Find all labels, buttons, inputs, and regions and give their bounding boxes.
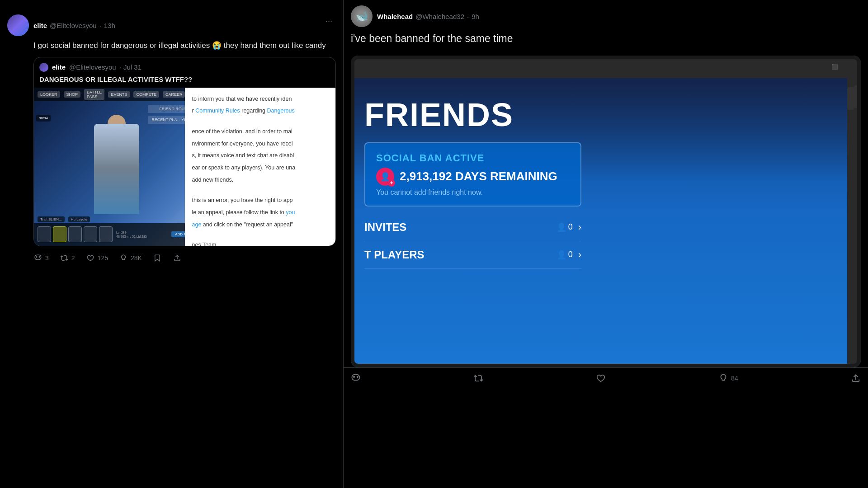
game-ui-bar: LOOKER SHOP BATTLE PASS EVENTS COMPETE C… bbox=[34, 88, 200, 101]
volume-button-2 bbox=[854, 85, 861, 108]
you-link[interactable]: you bbox=[286, 209, 295, 216]
tweet-text: I got social banned for dangerous or ill… bbox=[33, 40, 336, 52]
whalehead-dot: · bbox=[467, 13, 469, 20]
quoted-username: elite bbox=[52, 63, 66, 71]
views-button[interactable]: 28K bbox=[119, 253, 142, 263]
right-share-button[interactable] bbox=[851, 373, 861, 383]
tweet-text-before: I got social banned for dangerous or ill… bbox=[33, 41, 210, 50]
doc-line-3: ence of the violation, and in order to m… bbox=[192, 127, 329, 136]
invites-chevron: › bbox=[578, 221, 581, 233]
doc-line-1: to inform you that we have recently iden bbox=[192, 95, 329, 103]
doc-line-6: ear or speak to any players). You are un… bbox=[192, 164, 329, 172]
nav-battle-pass: BATTLE PASS bbox=[84, 89, 104, 100]
invites-count: 👤 0 bbox=[557, 222, 573, 232]
doc-line-9: le an appeal, please follow the link to … bbox=[192, 208, 329, 217]
age-link[interactable]: age bbox=[192, 221, 202, 228]
reply-button[interactable]: 3 bbox=[33, 253, 49, 263]
action-bar: 3 2 125 28K bbox=[33, 252, 336, 264]
whalehead-user-info: Whalehead @Whalehead32 · 9h bbox=[377, 13, 479, 20]
ban-document: to inform you that we have recently iden… bbox=[185, 88, 336, 246]
retweet-button[interactable]: 2 bbox=[60, 253, 75, 263]
doc-line-5: s, it means voice and text chat are disa… bbox=[192, 151, 329, 160]
doc-line-2: r Community Rules regarding Dangerous bbox=[192, 107, 329, 115]
like-button[interactable]: 125 bbox=[86, 253, 108, 263]
heart-icon bbox=[86, 253, 95, 263]
game-screenshot: LOOKER SHOP BATTLE PASS EVENTS COMPETE C… bbox=[34, 88, 200, 246]
doc-line-10: age and click on the "request an appeal" bbox=[192, 221, 329, 229]
right-views-icon bbox=[718, 373, 728, 383]
retweet-count: 2 bbox=[71, 254, 75, 262]
doc-line-7: add new friends. bbox=[192, 176, 329, 184]
friends-title: FRIENDS bbox=[364, 96, 852, 133]
quoted-text: DANGEROUS OR ILLEGAL ACTIVITES WTFF?? bbox=[34, 75, 335, 88]
reply-count: 3 bbox=[45, 254, 49, 262]
invites-label: INVITES bbox=[364, 221, 406, 234]
whalehead-avatar[interactable]: 🐋 bbox=[351, 5, 373, 27]
retweet-icon bbox=[60, 253, 69, 263]
quoted-media: LOOKER SHOP BATTLE PASS EVENTS COMPETE C… bbox=[34, 88, 335, 246]
right-retweet-button[interactable] bbox=[473, 373, 483, 383]
user-info: elite @Elitelovesyou · 13h bbox=[33, 22, 115, 29]
players-label: T PLAYERS bbox=[364, 249, 424, 261]
nav-events: EVENTS bbox=[108, 91, 130, 98]
nav-looker: LOOKER bbox=[38, 91, 60, 98]
whalehead-tweet: 🐋 Whalehead @Whalehead32 · 9h i've been … bbox=[344, 0, 868, 56]
invites-row[interactable]: INVITES 👤 0 › bbox=[364, 214, 581, 241]
right-heart-icon bbox=[596, 373, 606, 383]
dangerous-link[interactable]: Dangerous bbox=[267, 108, 295, 114]
invites-right: 👤 0 › bbox=[557, 221, 581, 233]
fortnite-friends-screen: ⬛ FRIENDS SOCIAL BAN ACTIVE 👤 2,913,192 … bbox=[351, 56, 861, 367]
doc-line-11: nes Team bbox=[192, 241, 329, 245]
ban-icon: 👤 bbox=[376, 168, 394, 186]
game-center: FRIEND ROUTES RECENT PLA... YERS 00/04 ⊕ bbox=[34, 101, 200, 223]
players-right: 👤 0 › bbox=[557, 249, 581, 261]
ban-subtext: You cannot add friends right now. bbox=[376, 188, 570, 197]
right-share-icon bbox=[851, 373, 861, 383]
like-count: 125 bbox=[98, 254, 108, 262]
volume-button bbox=[847, 87, 854, 110]
more-options-button[interactable]: ··· bbox=[322, 14, 336, 28]
views-count: 28K bbox=[131, 254, 142, 262]
left-panel: elite @Elitelovesyou · 13h ··· I got soc… bbox=[0, 0, 344, 488]
whalehead-avatar-inner: 🐋 bbox=[351, 5, 373, 27]
fortnite-friends-image: ⬛ FRIENDS SOCIAL BAN ACTIVE 👤 2,913,192 … bbox=[351, 56, 861, 367]
game-bottom-bar: Lvl 289 48,763 m / 51 Lbl 285 ADD FRI... bbox=[34, 223, 200, 246]
whalehead-username[interactable]: Whalehead bbox=[377, 13, 413, 20]
right-reply-button[interactable] bbox=[351, 373, 361, 383]
whale-icon: 🐋 bbox=[356, 10, 368, 22]
share-button[interactable] bbox=[173, 253, 182, 263]
quoted-handle: @Elitelovesyou bbox=[69, 63, 116, 71]
right-panel: 🐋 Whalehead @Whalehead32 · 9h i've been … bbox=[344, 0, 868, 488]
players-row[interactable]: T PLAYERS 👤 0 › bbox=[364, 241, 581, 269]
username[interactable]: elite bbox=[33, 22, 47, 29]
avatar[interactable] bbox=[7, 14, 29, 36]
timestamp: 13h bbox=[104, 22, 115, 29]
ban-days-row: 👤 2,913,192 DAYS REMAINING bbox=[376, 168, 570, 186]
invites-count-value: 0 bbox=[568, 222, 573, 232]
right-views-button[interactable]: 84 bbox=[718, 373, 738, 383]
tweet-emoji: 😭 bbox=[212, 41, 222, 50]
ban-days-text: 2,913,192 DAYS REMAINING bbox=[400, 169, 557, 183]
tweet-header: elite @Elitelovesyou · 13h ··· bbox=[7, 14, 336, 36]
views-icon bbox=[119, 253, 128, 263]
whalehead-tweet-text: i've been banned for the same time bbox=[351, 31, 861, 50]
whalehead-handle: @Whalehead32 bbox=[415, 13, 464, 20]
right-bottom-bar: 84 bbox=[344, 367, 868, 389]
right-views-count: 84 bbox=[731, 375, 738, 382]
quoted-tweet[interactable]: elite @Elitelovesyou · Jul 31 DANGEROUS … bbox=[33, 57, 336, 246]
doc-line-8: this is an error, you have the right to … bbox=[192, 196, 329, 205]
tablet-top-bar: ⬛ bbox=[351, 56, 861, 78]
right-like-button[interactable] bbox=[596, 373, 606, 383]
bookmark-button[interactable] bbox=[153, 253, 162, 263]
players-chevron: › bbox=[578, 249, 581, 261]
tweet-text-after: they hand them out like candy bbox=[224, 41, 326, 50]
quoted-avatar bbox=[39, 63, 48, 72]
nav-shop: SHOP bbox=[64, 91, 81, 98]
quoted-tweet-header: elite @Elitelovesyou · Jul 31 bbox=[34, 57, 335, 75]
tweet-header-left: elite @Elitelovesyou · 13h bbox=[7, 14, 115, 36]
dot-separator: · bbox=[99, 22, 101, 29]
user-handle: @Elitelovesyou bbox=[50, 22, 97, 29]
community-rules-link[interactable]: Community Rules bbox=[195, 108, 240, 114]
social-ban-title: SOCIAL BAN ACTIVE bbox=[376, 152, 570, 164]
nav-compete: COMPETE bbox=[133, 91, 159, 98]
